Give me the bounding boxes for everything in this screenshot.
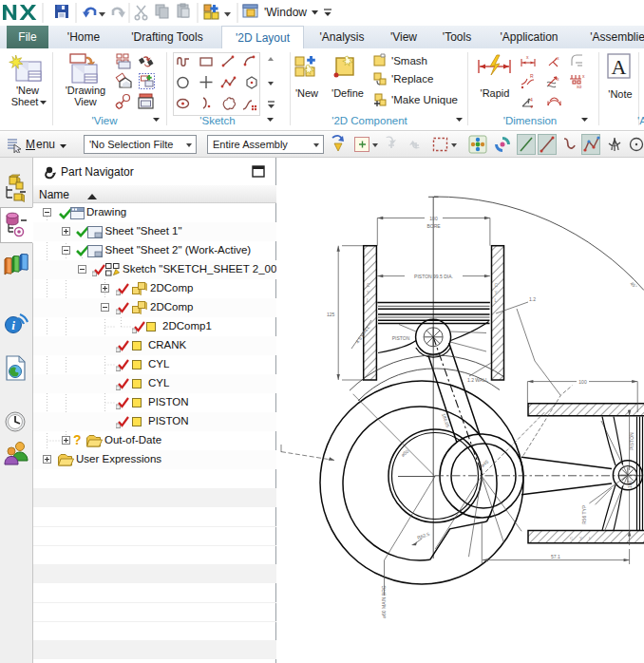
svg-text:1.2 WALL: 1.2 WALL (467, 377, 488, 383)
svg-text:Y: Y (367, 291, 369, 295)
svg-text:57.1: 57.1 (551, 554, 560, 559)
svg-text:Y: Y (495, 291, 498, 295)
svg-text:⌀60 MAIN BRG: ⌀60 MAIN BRG (381, 585, 387, 618)
svg-text:125: 125 (327, 312, 335, 317)
svg-text:x: x (557, 76, 559, 82)
svg-text:'View: 'View (92, 115, 119, 126)
svg-text:'A: 'A (637, 115, 644, 126)
svg-text:45°: 45° (629, 280, 638, 290)
svg-text:⌀45: ⌀45 (480, 459, 490, 468)
svg-text:R56 TYP: R56 TYP (581, 504, 587, 524)
svg-text:'Replace: 'Replace (391, 73, 433, 85)
svg-text:'2D Component: '2D Component (331, 115, 407, 126)
svg-text:'Rapid: 'Rapid (481, 87, 510, 99)
svg-text:'Dimension: 'Dimension (503, 115, 558, 126)
svg-text:'New: 'New (16, 85, 39, 96)
svg-text:Sheet: Sheet (11, 96, 39, 107)
svg-text:'Sketch: 'Sketch (199, 115, 235, 126)
svg-text:'Smash: 'Smash (391, 55, 427, 66)
svg-text:100: 100 (578, 379, 587, 385)
svg-text:1.2: 1.2 (529, 296, 536, 302)
svg-text:BORE: BORE (426, 223, 441, 229)
svg-text:Y: Y (579, 536, 582, 540)
svg-text:L: L (367, 298, 369, 303)
svg-text:x: x (557, 55, 559, 61)
svg-text:186.05: 186.05 (441, 412, 451, 428)
svg-text:'Make Unique: 'Make Unique (391, 94, 458, 105)
svg-text:PISTON: PISTON (629, 432, 635, 450)
svg-text:x: x (526, 54, 529, 60)
svg-text:C: C (570, 536, 573, 540)
svg-text:PISTON 99.5 DIA.: PISTON 99.5 DIA. (414, 274, 453, 279)
svg-text:A: A (612, 55, 627, 79)
svg-text:100: 100 (429, 216, 438, 221)
svg-text:xo: xo (577, 84, 582, 89)
svg-text:'Note: 'Note (608, 88, 632, 100)
svg-text:View: View (74, 96, 97, 107)
svg-text:L: L (495, 298, 498, 303)
svg-text:PISTON: PISTON (392, 335, 410, 341)
svg-text:R62.5: R62.5 (416, 531, 430, 540)
svg-text:'Define: 'Define (331, 87, 364, 99)
svg-text:'New: 'New (295, 87, 318, 99)
svg-text:R: R (530, 73, 534, 79)
svg-text:4: 4 (530, 97, 533, 103)
svg-text:x: x (582, 73, 585, 79)
svg-text:'Drawing: 'Drawing (66, 85, 105, 96)
svg-text:i: i (11, 318, 15, 332)
svg-text:'Window: 'Window (264, 6, 307, 19)
